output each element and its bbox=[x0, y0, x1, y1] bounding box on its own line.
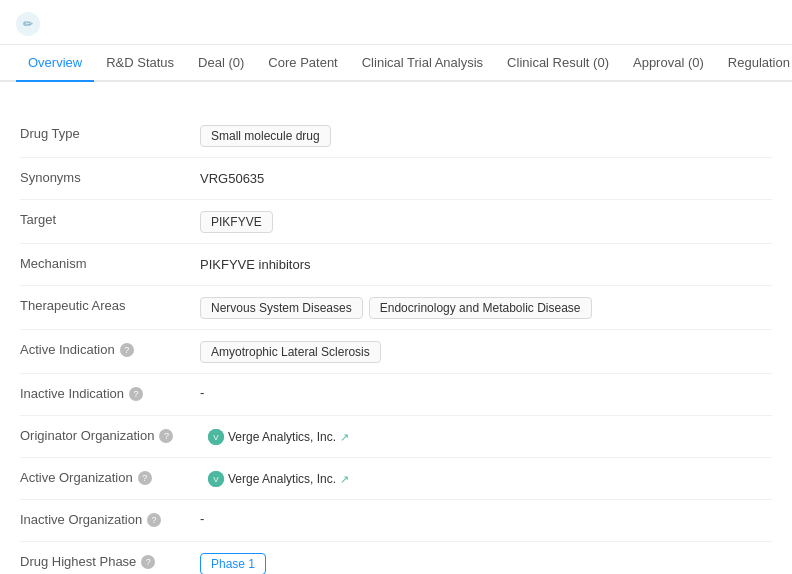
label-active-indication: Active Indication? bbox=[20, 340, 200, 357]
value-synonyms: VRG50635 bbox=[200, 168, 772, 186]
info-row-synonyms: SynonymsVRG50635 bbox=[20, 158, 772, 200]
text-synonyms: VRG50635 bbox=[200, 169, 264, 186]
org-arrow-active-org: ↗ bbox=[340, 473, 349, 486]
info-row-originator-org: Originator Organization?VVerge Analytics… bbox=[20, 416, 772, 458]
info-row-drug-highest-phase: Drug Highest Phase?Phase 1 bbox=[20, 542, 772, 574]
info-row-inactive-indication: Inactive Indication?- bbox=[20, 374, 772, 416]
org-arrow-originator-org: ↗ bbox=[340, 431, 349, 444]
svg-text:V: V bbox=[213, 433, 219, 442]
svg-text:V: V bbox=[213, 475, 219, 484]
value-inactive-indication: - bbox=[200, 384, 772, 400]
value-therapeutic-areas: Nervous System DiseasesEndocrinology and… bbox=[200, 296, 772, 319]
label-therapeutic-areas: Therapeutic Areas bbox=[20, 296, 200, 313]
tag-drug-type: Small molecule drug bbox=[200, 125, 331, 147]
dash-inactive-indication: - bbox=[200, 385, 204, 400]
text-mechanism: PIKFYVE inhibitors bbox=[200, 255, 311, 272]
value-active-org: VVerge Analytics, Inc.↗ bbox=[200, 468, 772, 489]
tab-rd-status[interactable]: R&D Status bbox=[94, 45, 186, 82]
help-icon-active-org[interactable]: ? bbox=[138, 471, 152, 485]
info-row-inactive-org: Inactive Organization?- bbox=[20, 500, 772, 542]
value-inactive-org: - bbox=[200, 510, 772, 526]
title-icon: ✏ bbox=[16, 12, 40, 36]
label-originator-org: Originator Organization? bbox=[20, 426, 200, 443]
label-mechanism: Mechanism bbox=[20, 254, 200, 271]
help-icon-active-indication[interactable]: ? bbox=[120, 343, 134, 357]
info-row-drug-type: Drug TypeSmall molecule drug bbox=[20, 114, 772, 158]
tab-clinical-trial[interactable]: Clinical Trial Analysis bbox=[350, 45, 495, 82]
org-icon-originator-org: V bbox=[208, 429, 224, 445]
help-icon-drug-highest-phase[interactable]: ? bbox=[141, 555, 155, 569]
label-inactive-indication: Inactive Indication? bbox=[20, 384, 200, 401]
value-target: PIKFYVE bbox=[200, 210, 772, 233]
tag-therapeutic-areas: Endocrinology and Metabolic Disease bbox=[369, 297, 592, 319]
info-rows: Drug TypeSmall molecule drugSynonymsVRG5… bbox=[20, 114, 772, 574]
tab-core-patent[interactable]: Core Patent bbox=[256, 45, 349, 82]
label-synonyms: Synonyms bbox=[20, 168, 200, 185]
tab-clinical-result[interactable]: Clinical Result (0) bbox=[495, 45, 621, 82]
org-tag-active-org[interactable]: VVerge Analytics, Inc.↗ bbox=[200, 469, 357, 489]
label-target: Target bbox=[20, 210, 200, 227]
tab-approval[interactable]: Approval (0) bbox=[621, 45, 716, 82]
label-active-org: Active Organization? bbox=[20, 468, 200, 485]
org-name-originator-org: Verge Analytics, Inc. bbox=[228, 430, 336, 444]
value-drug-type: Small molecule drug bbox=[200, 124, 772, 147]
title-bar: ✏ bbox=[0, 0, 792, 45]
phase-tag-drug-highest-phase: Phase 1 bbox=[200, 553, 266, 574]
label-inactive-org: Inactive Organization? bbox=[20, 510, 200, 527]
tag-target: PIKFYVE bbox=[200, 211, 273, 233]
basic-info-section: Drug TypeSmall molecule drugSynonymsVRG5… bbox=[20, 114, 772, 574]
info-row-therapeutic-areas: Therapeutic AreasNervous System Diseases… bbox=[20, 286, 772, 330]
help-icon-inactive-org[interactable]: ? bbox=[147, 513, 161, 527]
info-row-target: TargetPIKFYVE bbox=[20, 200, 772, 244]
org-name-active-org: Verge Analytics, Inc. bbox=[228, 472, 336, 486]
info-row-mechanism: MechanismPIKFYVE inhibitors bbox=[20, 244, 772, 286]
tab-deal[interactable]: Deal (0) bbox=[186, 45, 256, 82]
org-icon-active-org: V bbox=[208, 471, 224, 487]
help-icon-originator-org[interactable]: ? bbox=[159, 429, 173, 443]
dash-inactive-org: - bbox=[200, 511, 204, 526]
tag-therapeutic-areas: Nervous System Diseases bbox=[200, 297, 363, 319]
tab-overview[interactable]: Overview bbox=[16, 45, 94, 82]
label-drug-type: Drug Type bbox=[20, 124, 200, 141]
label-drug-highest-phase: Drug Highest Phase? bbox=[20, 552, 200, 569]
value-mechanism: PIKFYVE inhibitors bbox=[200, 254, 772, 272]
tag-active-indication: Amyotrophic Lateral Sclerosis bbox=[200, 341, 381, 363]
info-row-active-indication: Active Indication?Amyotrophic Lateral Sc… bbox=[20, 330, 772, 374]
value-drug-highest-phase: Phase 1 bbox=[200, 552, 772, 574]
help-icon-inactive-indication[interactable]: ? bbox=[129, 387, 143, 401]
info-row-active-org: Active Organization?VVerge Analytics, In… bbox=[20, 458, 772, 500]
tab-bar: OverviewR&D StatusDeal (0)Core PatentCli… bbox=[0, 45, 792, 82]
org-tag-originator-org[interactable]: VVerge Analytics, Inc.↗ bbox=[200, 427, 357, 447]
value-originator-org: VVerge Analytics, Inc.↗ bbox=[200, 426, 772, 447]
value-active-indication: Amyotrophic Lateral Sclerosis bbox=[200, 340, 772, 363]
tab-regulation[interactable]: Regulation (0) bbox=[716, 45, 792, 82]
